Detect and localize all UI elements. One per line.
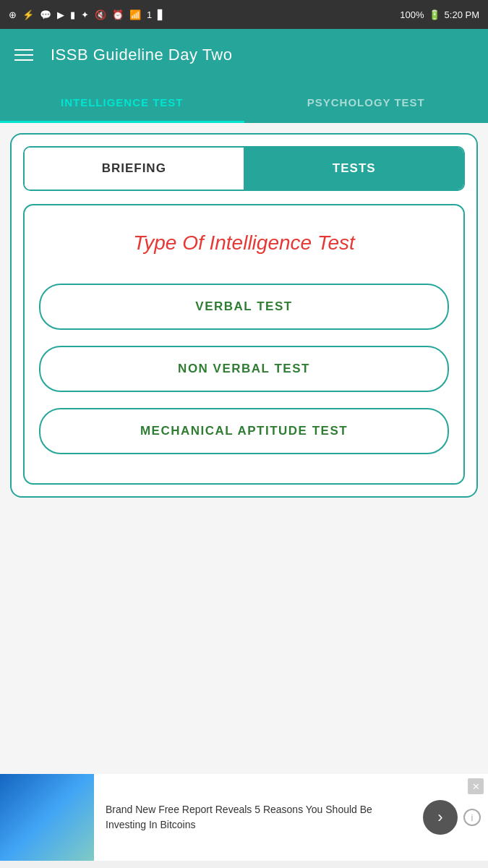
sub-tab-tests[interactable]: TESTS	[245, 148, 464, 190]
content-area: BRIEFING TESTS Type Of Intelligence Test…	[0, 123, 488, 774]
volume-mute-icon: 🔇	[95, 9, 106, 20]
inner-card: Type Of Intelligence Test VERBAL TEST NO…	[23, 204, 465, 485]
mechanical-aptitude-test-button[interactable]: MECHANICAL APTITUDE TEST	[39, 408, 449, 454]
ad-text: Brand New Free Report Reveals 5 Reasons …	[94, 793, 423, 841]
battery-percent: 100%	[400, 9, 424, 20]
menu-icon[interactable]	[14, 49, 33, 61]
usb2-icon: ⚡	[22, 9, 34, 20]
ad-banner: Brand New Free Report Reveals 5 Reasons …	[0, 774, 488, 861]
app-bar: ISSB Guideline Day Two	[0, 29, 488, 81]
battery-icon: 🔋	[429, 9, 440, 20]
section-title: Type Of Intelligence Test	[133, 231, 355, 255]
alarm-icon: ⏰	[112, 9, 124, 20]
youtube-icon: ▶	[57, 9, 64, 20]
ad-arrow-button[interactable]: ›	[423, 800, 458, 835]
status-icons-left: ⊕ ⚡ 💬 ▶ ▮ ✦ 🔇 ⏰ 📶 1 ▋	[9, 9, 165, 20]
sub-tab-row: BRIEFING TESTS	[23, 146, 465, 191]
sub-tab-briefing[interactable]: BRIEFING	[25, 148, 245, 190]
status-icons-right: 100% 🔋 5:20 PM	[400, 9, 479, 20]
status-bar: ⊕ ⚡ 💬 ▶ ▮ ✦ 🔇 ⏰ 📶 1 ▋ 100% 🔋 5:20 PM	[0, 0, 488, 29]
tab-bar: INTELLIGENCE TEST PSYCHOLOGY TEST	[0, 81, 488, 123]
non-verbal-test-button[interactable]: NON VERBAL TEST	[39, 346, 449, 392]
app-title: ISSB Guideline Day Two	[51, 46, 233, 64]
tab-psychology-test[interactable]: PSYCHOLOGY TEST	[244, 81, 489, 123]
usb-icon: ⊕	[9, 9, 17, 20]
network-icon: 1	[147, 9, 152, 20]
main-card: BRIEFING TESTS Type Of Intelligence Test…	[10, 133, 478, 498]
signal-icon: ▋	[158, 9, 165, 20]
battery-100-icon: ▮	[70, 9, 75, 20]
bluetooth-icon: ✦	[81, 9, 89, 20]
whatsapp-icon: 💬	[40, 9, 51, 20]
wifi-icon: 📶	[129, 9, 141, 20]
ad-image	[0, 774, 94, 861]
tab-intelligence-test[interactable]: INTELLIGENCE TEST	[0, 81, 244, 123]
verbal-test-button[interactable]: VERBAL TEST	[39, 284, 449, 330]
ad-info-button[interactable]: i	[463, 809, 481, 826]
ad-close-button[interactable]: ✕	[468, 778, 484, 794]
clock: 5:20 PM	[445, 9, 479, 20]
